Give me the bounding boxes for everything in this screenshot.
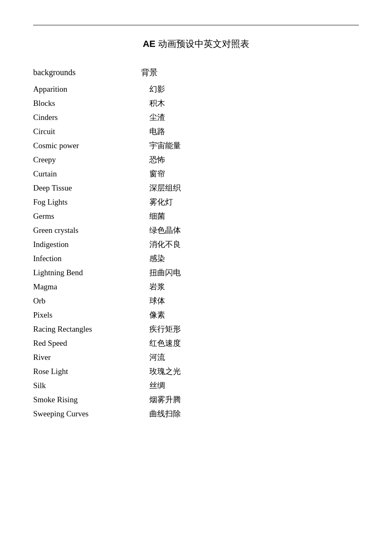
page-title: AE 动画预设中英文对照表 [33,38,359,50]
table-row: Sweeping Curves曲线扫除 [33,407,359,421]
row-zh-13: 扭曲闪电 [149,267,181,278]
table-row: Pixels像素 [33,308,359,322]
table-row: Green crystals绿色晶体 [33,223,359,237]
title-ae: AE [143,39,156,49]
row-en-18: Red Speed [33,339,149,348]
row-zh-23: 曲线扫除 [149,408,181,419]
row-en-5: Creepy [33,155,149,164]
table-row: River河流 [33,350,359,364]
section-header: backgrounds 背景 [33,67,359,78]
row-en-8: Fog Lights [33,198,149,207]
row-zh-11: 消化不良 [149,239,181,250]
table-row: Curtain窗帘 [33,167,359,181]
row-zh-4: 宇宙能量 [149,140,181,151]
row-en-20: Rose Light [33,367,149,376]
table-row: Magma岩浆 [33,280,359,294]
table-row: Cosmic power宇宙能量 [33,139,359,153]
row-zh-0: 幻影 [149,84,165,95]
table-row: Apparition幻影 [33,82,359,96]
table-row: Silk丝绸 [33,379,359,393]
row-en-13: Lightning Bend [33,268,149,277]
table-row: Red Speed红色速度 [33,336,359,350]
row-en-10: Green crystals [33,226,149,235]
row-zh-10: 绿色晶体 [149,225,181,236]
table-row: Circuit电路 [33,125,359,139]
row-en-3: Circuit [33,127,149,136]
row-zh-19: 河流 [149,352,165,363]
row-zh-7: 深层组织 [149,183,181,193]
row-en-11: Indigestion [33,240,149,249]
table-row: Infection感染 [33,252,359,266]
page: AE 动画预设中英文对照表 backgrounds 背景 Apparition幻… [0,0,392,555]
table-row: Rose Light玫瑰之光 [33,364,359,379]
row-en-21: Silk [33,381,149,390]
row-en-22: Smoke Rising [33,395,149,404]
row-zh-3: 电路 [149,126,165,137]
row-zh-20: 玫瑰之光 [149,366,181,377]
row-zh-12: 感染 [149,253,165,264]
row-en-12: Infection [33,254,149,263]
row-en-19: River [33,353,149,362]
row-zh-22: 烟雾升腾 [149,394,181,405]
row-zh-17: 疾行矩形 [149,324,181,335]
section-en: backgrounds [33,68,141,77]
row-zh-5: 恐怖 [149,154,165,165]
table-content: Apparition幻影Blocks积木Cinders尘渣Circuit电路Co… [33,82,359,421]
row-zh-16: 像素 [149,310,165,320]
row-en-14: Magma [33,282,149,291]
top-divider [33,25,359,25]
row-en-17: Racing Rectangles [33,325,149,334]
row-en-16: Pixels [33,311,149,320]
row-en-1: Blocks [33,99,149,108]
table-row: Creepy恐怖 [33,153,359,167]
row-en-7: Deep Tissue [33,183,149,193]
table-row: Lightning Bend扭曲闪电 [33,266,359,280]
table-row: Cinders尘渣 [33,110,359,125]
row-en-2: Cinders [33,113,149,122]
row-zh-9: 细菌 [149,211,165,222]
row-zh-1: 积木 [149,98,165,109]
table-row: Germs细菌 [33,209,359,223]
table-row: Racing Rectangles疾行矩形 [33,322,359,336]
row-zh-15: 球体 [149,296,165,306]
row-zh-18: 红色速度 [149,338,181,349]
title-chinese: 动画预设中英文对照表 [156,39,249,49]
row-zh-2: 尘渣 [149,112,165,123]
row-en-15: Orb [33,296,149,306]
row-en-9: Germs [33,212,149,221]
row-zh-14: 岩浆 [149,281,165,292]
table-row: Blocks积木 [33,96,359,110]
table-row: Fog Lights雾化灯 [33,195,359,209]
row-en-23: Sweeping Curves [33,409,149,418]
row-en-0: Apparition [33,85,149,94]
row-en-6: Curtain [33,169,149,178]
row-zh-6: 窗帘 [149,169,165,179]
row-en-4: Cosmic power [33,141,149,150]
table-row: Orb球体 [33,294,359,308]
table-row: Smoke Rising烟雾升腾 [33,393,359,407]
row-zh-8: 雾化灯 [149,197,173,208]
table-row: Indigestion消化不良 [33,237,359,252]
row-zh-21: 丝绸 [149,380,165,391]
table-row: Deep Tissue深层组织 [33,181,359,195]
section-zh: 背景 [141,67,158,78]
